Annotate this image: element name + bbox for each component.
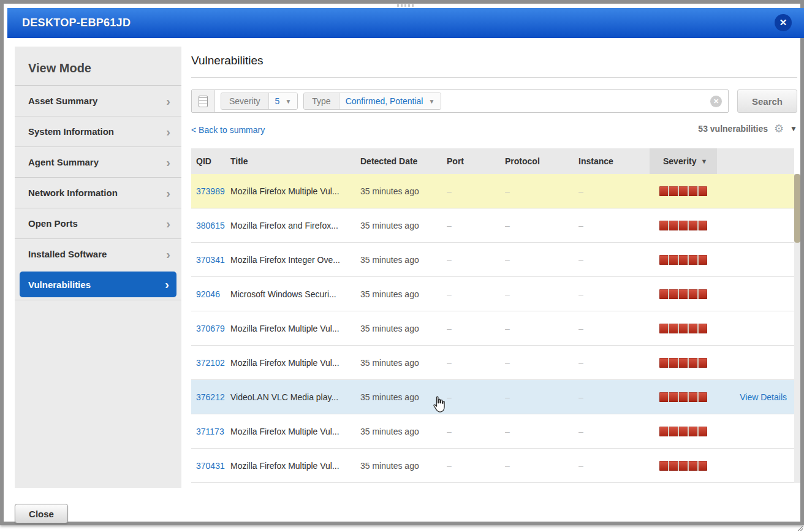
table-row[interactable]: 371173 Mozilla Firefox Multiple Vul... 3… bbox=[191, 414, 794, 449]
port-value: – bbox=[447, 221, 505, 230]
clear-filters-icon[interactable]: ✕ bbox=[710, 96, 722, 107]
filter-search-bar[interactable]: Severity 5 ▼ Type Confirmed, Potential ▼… bbox=[191, 89, 729, 113]
detected-date: 35 minutes ago bbox=[360, 221, 447, 230]
page-title: Vulnerabilities bbox=[191, 54, 264, 67]
sidebar-item-agent-summary[interactable]: Agent Summary › bbox=[15, 146, 181, 177]
sidebar-item-label: System Information bbox=[28, 126, 114, 137]
qid-link[interactable]: 370679 bbox=[196, 324, 225, 333]
view-details-link[interactable]: View Details bbox=[740, 392, 787, 402]
vulnerability-title: Mozilla Firefox Multiple Vul... bbox=[230, 358, 360, 368]
table-row[interactable]: 370431 Mozilla Firefox Multiple Vul... 3… bbox=[191, 449, 794, 483]
table-row[interactable]: 373989 Mozilla Firefox Multiple Vul... 3… bbox=[191, 174, 794, 208]
protocol-value: – bbox=[505, 392, 578, 402]
vulnerabilities-table: QID Title Detected Date Port Protocol In… bbox=[191, 148, 794, 483]
qid-link[interactable]: 380615 bbox=[196, 221, 225, 230]
document-lines-icon bbox=[199, 96, 208, 107]
divider bbox=[191, 77, 797, 78]
column-header-instance[interactable]: Instance bbox=[578, 156, 650, 166]
sidebar-item-label: Open Ports bbox=[28, 218, 78, 229]
port-value: – bbox=[447, 289, 505, 299]
chevron-right-icon: › bbox=[166, 248, 170, 260]
column-header-detected-date[interactable]: Detected Date bbox=[360, 156, 447, 166]
instance-value: – bbox=[578, 186, 650, 196]
column-header-qid[interactable]: QID bbox=[191, 156, 230, 166]
instance-value: – bbox=[578, 461, 650, 471]
table-header-row: QID Title Detected Date Port Protocol In… bbox=[191, 148, 794, 174]
detected-date: 35 minutes ago bbox=[360, 427, 447, 436]
severity-bar bbox=[659, 392, 707, 402]
detected-date: 35 minutes ago bbox=[360, 358, 447, 368]
query-list-button[interactable] bbox=[192, 90, 215, 112]
qid-link[interactable]: 371173 bbox=[196, 427, 224, 436]
vulnerability-title: Mozilla Firefox and Firefox... bbox=[230, 221, 360, 230]
view-mode-sidebar: View Mode Asset Summary › System Informa… bbox=[15, 47, 181, 488]
sidebar-item-asset-summary[interactable]: Asset Summary › bbox=[15, 85, 181, 116]
scrollbar-thumb[interactable] bbox=[794, 174, 800, 243]
qid-link[interactable]: 373989 bbox=[196, 186, 225, 196]
detected-date: 35 minutes ago bbox=[360, 392, 447, 402]
vulnerability-title: Mozilla Firefox Multiple Vul... bbox=[230, 427, 360, 436]
severity-filter-chip[interactable]: Severity 5 ▼ bbox=[221, 93, 298, 110]
column-header-severity-label: Severity bbox=[663, 156, 696, 166]
close-icon[interactable]: ✕ bbox=[775, 14, 792, 31]
vertical-scrollbar[interactable] bbox=[794, 174, 800, 483]
chevron-down-icon: ▼ bbox=[428, 98, 434, 105]
qid-link[interactable]: 92046 bbox=[196, 289, 220, 299]
sidebar-item-installed-software[interactable]: Installed Software › bbox=[15, 238, 181, 269]
vulnerability-title: Microsoft Windows Securi... bbox=[230, 289, 360, 299]
table-row[interactable]: 370679 Mozilla Firefox Multiple Vul... 3… bbox=[191, 311, 794, 346]
qid-link[interactable]: 370341 bbox=[196, 255, 225, 265]
port-value: – bbox=[447, 358, 505, 368]
gear-icon[interactable]: ⚙ bbox=[774, 123, 784, 134]
instance-value: – bbox=[578, 255, 650, 265]
column-header-port[interactable]: Port bbox=[447, 156, 505, 166]
drag-handle-icon[interactable] bbox=[397, 4, 414, 7]
severity-bar bbox=[659, 221, 707, 230]
detected-date: 35 minutes ago bbox=[360, 324, 447, 333]
sidebar-item-label: Asset Summary bbox=[28, 96, 97, 106]
resize-grip-icon[interactable] bbox=[797, 525, 803, 531]
table-row[interactable]: 370341 Mozilla Firefox Integer Ove... 35… bbox=[191, 243, 794, 277]
qid-link[interactable]: 370431 bbox=[196, 461, 225, 471]
protocol-value: – bbox=[505, 324, 578, 333]
close-button[interactable]: Close bbox=[15, 504, 68, 523]
search-button[interactable]: Search bbox=[737, 89, 797, 113]
table-row[interactable]: 92046 Microsoft Windows Securi... 35 min… bbox=[191, 277, 794, 311]
vulnerability-title: Mozilla Firefox Multiple Vul... bbox=[230, 186, 360, 196]
sidebar-item-system-information[interactable]: System Information › bbox=[15, 116, 181, 146]
screen: DESKTOP-EBP61JD ✕ View Mode Asset Summar… bbox=[0, 0, 804, 532]
column-header-protocol[interactable]: Protocol bbox=[505, 156, 578, 166]
detected-date: 35 minutes ago bbox=[360, 186, 447, 196]
port-value: – bbox=[447, 186, 505, 196]
type-filter-chip[interactable]: Type Confirmed, Potential ▼ bbox=[303, 93, 441, 110]
table-row[interactable]: 372102 Mozilla Firefox Multiple Vul... 3… bbox=[191, 346, 794, 380]
back-to-summary-link[interactable]: < Back to summary bbox=[191, 125, 265, 135]
protocol-value: – bbox=[505, 289, 578, 299]
instance-value: – bbox=[578, 221, 650, 230]
instance-value: – bbox=[578, 289, 650, 299]
table-row-hovered[interactable]: 376212 VideoLAN VLC Media play... 35 min… bbox=[191, 380, 794, 414]
severity-bar bbox=[659, 289, 707, 299]
instance-value: – bbox=[578, 324, 650, 333]
sidebar-item-label: Vulnerabilities bbox=[28, 279, 91, 290]
type-filter-label: Type bbox=[304, 93, 339, 109]
detected-date: 35 minutes ago bbox=[360, 461, 447, 471]
qid-link[interactable]: 372102 bbox=[196, 358, 225, 368]
column-header-severity[interactable]: Severity ▼ bbox=[650, 148, 717, 174]
sort-descending-icon: ▼ bbox=[700, 158, 707, 165]
sidebar-item-network-information[interactable]: Network Information › bbox=[15, 177, 181, 208]
column-header-title[interactable]: Title bbox=[230, 156, 360, 166]
protocol-value: – bbox=[505, 186, 578, 196]
severity-filter-label: Severity bbox=[221, 93, 269, 109]
port-value: – bbox=[447, 324, 505, 333]
sidebar-header: View Mode bbox=[15, 47, 181, 85]
sidebar-item-label: Installed Software bbox=[28, 249, 107, 259]
instance-value: – bbox=[578, 427, 650, 436]
sidebar-item-vulnerabilities[interactable]: Vulnerabilities › bbox=[20, 272, 176, 297]
sidebar-item-open-ports[interactable]: Open Ports › bbox=[15, 208, 181, 238]
chevron-down-icon[interactable]: ▼ bbox=[790, 124, 797, 133]
table-row[interactable]: 380615 Mozilla Firefox and Firefox... 35… bbox=[191, 208, 794, 243]
qid-link[interactable]: 376212 bbox=[196, 392, 225, 402]
severity-bar bbox=[659, 461, 707, 471]
dialog-titlebar[interactable]: DESKTOP-EBP61JD ✕ bbox=[7, 8, 804, 38]
